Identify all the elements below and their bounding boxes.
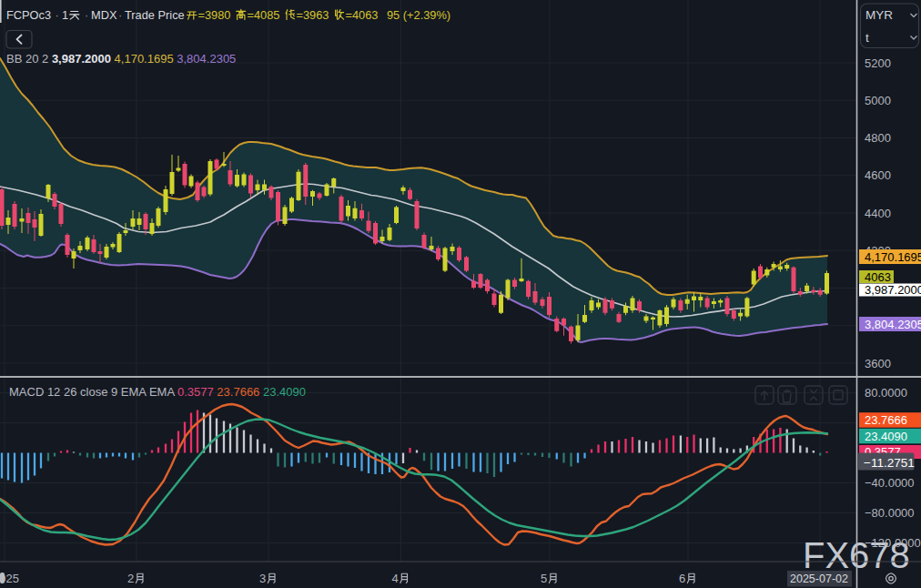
svg-text:3600: 3600	[865, 357, 891, 370]
svg-text:=3963: =3963	[297, 8, 329, 22]
svg-text:FCPOc3: FCPOc3	[6, 8, 51, 22]
svg-text:2: 2	[127, 572, 134, 585]
svg-text:4800: 4800	[865, 131, 891, 145]
svg-text:5200: 5200	[865, 56, 891, 70]
svg-text:=4085: =4085	[248, 8, 280, 22]
svg-text:−40.0000: −40.0000	[865, 476, 915, 490]
svg-text:MDX: MDX	[91, 8, 117, 22]
svg-text:95 (+2.39%): 95 (+2.39%)	[387, 8, 450, 22]
svg-text:4,170.1695: 4,170.1695	[865, 250, 921, 264]
svg-text:−80.0000: −80.0000	[865, 506, 915, 520]
svg-text:MACD 12 26 close 9 EMA EMA 0.: MACD 12 26 close 9 EMA EMA 0.3577 23.766…	[9, 385, 306, 399]
svg-text:BB 20 2 3,987.2000 4,170.169: BB 20 2 3,987.2000 4,170.1695 3,804.2305	[6, 52, 236, 66]
svg-text:−11.2751: −11.2751	[864, 456, 915, 470]
svg-text:80.0000: 80.0000	[865, 386, 907, 400]
svg-text:Trade Price: Trade Price	[125, 8, 185, 22]
svg-text:23.4090: 23.4090	[865, 430, 907, 443]
svg-text:23.7666: 23.7666	[865, 413, 907, 427]
svg-text:5: 5	[541, 572, 547, 585]
svg-text:·: ·	[118, 8, 122, 22]
svg-text:−120.0000: −120.0000	[865, 536, 921, 550]
svg-text:MYR: MYR	[865, 8, 893, 22]
svg-text:6: 6	[679, 572, 685, 585]
svg-text:1: 1	[62, 8, 68, 22]
svg-text:3,804.2305: 3,804.2305	[865, 318, 921, 331]
svg-text:2025-07-02: 2025-07-02	[790, 573, 848, 585]
svg-text:4600: 4600	[865, 168, 891, 182]
svg-text:3: 3	[259, 572, 266, 585]
svg-text:3,987.2000: 3,987.2000	[865, 283, 921, 297]
svg-text:·: ·	[85, 8, 88, 22]
svg-text:4400: 4400	[865, 207, 891, 220]
svg-text:4: 4	[392, 572, 399, 585]
svg-text:t: t	[865, 31, 869, 45]
svg-text:=3980: =3980	[198, 8, 231, 22]
svg-text:=4063: =4063	[346, 8, 379, 22]
svg-text:4063: 4063	[865, 270, 891, 284]
svg-text:5000: 5000	[865, 94, 891, 107]
svg-text:·: ·	[56, 8, 59, 22]
